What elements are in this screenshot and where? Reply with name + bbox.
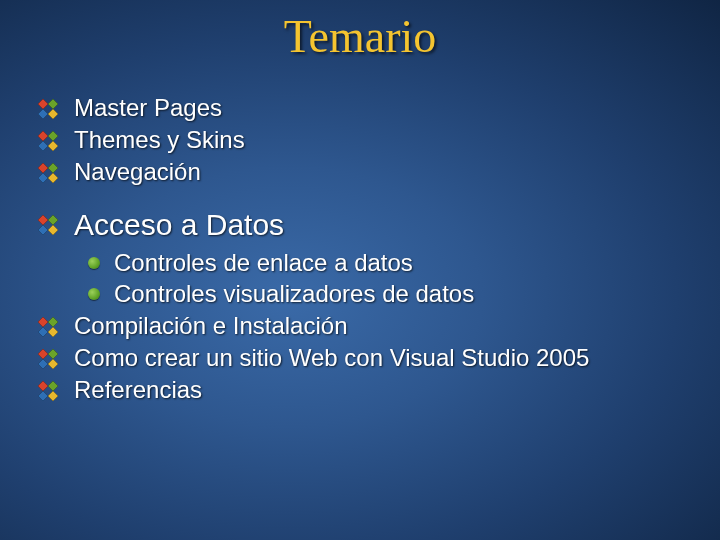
svg-marker-22	[38, 359, 48, 369]
svg-marker-20	[38, 349, 48, 359]
svg-marker-6	[38, 141, 48, 151]
svg-marker-18	[38, 327, 48, 337]
diamond-bullet-icon	[34, 215, 62, 235]
diamond-bullet-icon	[34, 99, 62, 119]
diamond-bullet-icon	[34, 317, 62, 337]
svg-marker-16	[38, 317, 48, 327]
diamond-bullet-icon	[34, 349, 62, 369]
svg-marker-25	[48, 381, 58, 391]
svg-marker-14	[38, 225, 48, 235]
slide-content: Master Pages Themes y Skins	[30, 93, 690, 405]
list-item: Como crear un sitio Web con Visual Studi…	[30, 343, 690, 373]
svg-marker-24	[38, 381, 48, 391]
svg-marker-26	[38, 391, 48, 401]
svg-marker-23	[48, 359, 58, 369]
list-item-label: Como crear un sitio Web con Visual Studi…	[74, 343, 589, 373]
svg-marker-12	[38, 215, 48, 225]
dot-bullet-icon	[88, 288, 100, 300]
list-item: Navegación	[30, 157, 690, 187]
list-item: Compilación e Instalación	[30, 311, 690, 341]
list-item: Themes y Skins	[30, 125, 690, 155]
list-item: Master Pages	[30, 93, 690, 123]
diamond-bullet-icon	[34, 381, 62, 401]
svg-marker-21	[48, 349, 58, 359]
svg-marker-4	[38, 131, 48, 141]
list-item-label: Themes y Skins	[74, 125, 245, 155]
svg-marker-0	[38, 99, 48, 109]
svg-marker-8	[38, 163, 48, 173]
list-item-label: Compilación e Instalación	[74, 311, 347, 341]
svg-marker-27	[48, 391, 58, 401]
svg-marker-10	[38, 173, 48, 183]
svg-marker-17	[48, 317, 58, 327]
svg-marker-9	[48, 163, 58, 173]
svg-marker-19	[48, 327, 58, 337]
svg-marker-15	[48, 225, 58, 235]
list-sub-item: Controles de enlace a datos	[88, 248, 690, 278]
svg-marker-1	[48, 99, 58, 109]
list-item-label: Acceso a Datos	[74, 205, 284, 246]
slide: Temario Master Pages	[0, 0, 720, 540]
diamond-bullet-icon	[34, 131, 62, 151]
list-item-label: Master Pages	[74, 93, 222, 123]
dot-bullet-icon	[88, 257, 100, 269]
list-sub-item: Controles visualizadores de datos	[88, 279, 690, 309]
list-item: Acceso a Datos	[30, 205, 690, 246]
list-item-label: Referencias	[74, 375, 202, 405]
svg-marker-3	[48, 109, 58, 119]
list-item: Referencias	[30, 375, 690, 405]
svg-marker-7	[48, 141, 58, 151]
list-sub-item-label: Controles de enlace a datos	[114, 248, 413, 278]
diamond-bullet-icon	[34, 163, 62, 183]
slide-title: Temario	[30, 10, 690, 63]
list-item-label: Navegación	[74, 157, 201, 187]
svg-marker-5	[48, 131, 58, 141]
list-sub-item-label: Controles visualizadores de datos	[114, 279, 474, 309]
svg-marker-11	[48, 173, 58, 183]
svg-marker-2	[38, 109, 48, 119]
svg-marker-13	[48, 215, 58, 225]
